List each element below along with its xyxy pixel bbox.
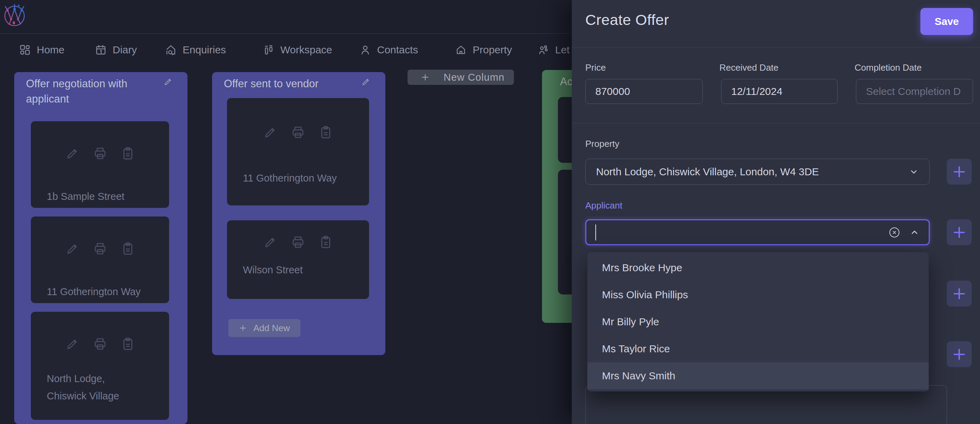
print-icon[interactable] (291, 125, 305, 140)
plus-icon (239, 324, 247, 332)
panel-title: Create Offer (585, 11, 669, 29)
dashboard-icon (19, 44, 31, 56)
save-label: Save (935, 16, 959, 27)
completion-date-label: Completion Date (854, 62, 922, 73)
add-new-card-button[interactable]: Add New (228, 319, 301, 337)
nav-item-enquiries[interactable]: Enquiries (165, 34, 226, 66)
board-column-accepted: Ac (542, 70, 577, 323)
nav-item-home[interactable]: Home (19, 34, 64, 66)
board-card[interactable]: 1b Sample Street (31, 121, 169, 208)
create-offer-panel: Create Offer Save Price Received Date Co… (572, 0, 980, 424)
price-value: 870000 (595, 86, 630, 97)
column-title: Offer negotiation with applicant (14, 72, 163, 107)
chevron-up-icon[interactable] (909, 227, 920, 238)
applicant-option[interactable]: Ms Taylor Rice (587, 335, 929, 362)
nav-item-lettings[interactable]: Let (538, 34, 570, 66)
print-icon[interactable] (93, 337, 107, 351)
chevron-down-icon (908, 167, 919, 177)
nav-label: Diary (113, 44, 137, 56)
nav-label: Let (555, 44, 570, 56)
clipboard-icon[interactable] (318, 125, 333, 140)
save-button[interactable]: Save (920, 8, 973, 35)
applicant-option[interactable]: Mrs Brooke Hype (587, 254, 929, 281)
nav-label: Property (473, 44, 512, 56)
nav-label: Home (37, 44, 64, 56)
applicant-search-input[interactable] (585, 219, 930, 245)
nav-label: Workspace (280, 44, 332, 56)
edit-icon[interactable] (263, 235, 278, 249)
print-icon[interactable] (93, 241, 107, 256)
plus-icon (421, 73, 430, 82)
received-date-value: 12/11/2024 (731, 86, 783, 97)
house-search-icon (165, 44, 177, 56)
board-column-offer-negotiation: Offer negotiation with applicant 1b Samp… (14, 72, 188, 424)
board-card[interactable]: Wilson Street (227, 220, 369, 299)
clear-icon[interactable] (889, 227, 900, 238)
card-title: North Lodge, Chiswick Village (47, 370, 134, 405)
house-icon (455, 44, 467, 56)
print-icon[interactable] (291, 235, 305, 249)
add-property-button[interactable] (947, 159, 972, 185)
new-column-button[interactable]: New Column (407, 70, 514, 85)
applicant-option-highlighted[interactable]: Mrs Navy Smith (587, 362, 929, 389)
edit-column-icon[interactable] (163, 77, 173, 87)
nav-item-contacts[interactable]: Contacts (360, 34, 418, 66)
print-icon[interactable] (93, 146, 107, 161)
edit-icon[interactable] (65, 146, 80, 161)
card-title: 1b Sample Street (47, 188, 124, 205)
nav-item-property[interactable]: Property (455, 34, 512, 66)
clipboard-icon[interactable] (318, 235, 333, 249)
property-label: Property (585, 138, 619, 149)
calendar-icon (95, 44, 107, 56)
nav-item-diary[interactable]: Diary (95, 34, 137, 66)
divider (572, 48, 980, 48)
card-title: Wilson Street (243, 261, 302, 278)
app-root: Home Diary Enquiries Workspace Contacts … (0, 0, 980, 424)
nav-label: Enquiries (183, 44, 226, 56)
price-input[interactable]: 870000 (585, 79, 703, 104)
people-icon (538, 44, 549, 56)
add-new-label: Add New (253, 323, 290, 333)
card-title: 11 Gotherington Way (243, 169, 337, 187)
add-applicant-button[interactable] (947, 219, 972, 245)
property-select[interactable]: North Lodge, Chiswick Village, London, W… (585, 159, 930, 185)
property-value: North Lodge, Chiswick Village, London, W… (596, 166, 819, 178)
add-item-button[interactable] (947, 281, 972, 306)
add-item-button[interactable] (947, 341, 972, 367)
clipboard-icon[interactable] (121, 337, 135, 351)
completion-date-input[interactable]: Select Completion D (856, 79, 973, 104)
nav-label: Contacts (377, 44, 418, 56)
clipboard-icon[interactable] (121, 146, 135, 161)
board-card[interactable]: 11 Gotherington Way (227, 98, 369, 205)
completion-date-placeholder: Select Completion D (866, 86, 961, 97)
column-title: Ac (560, 76, 573, 88)
applicant-option[interactable]: Mr Billy Pyle (587, 308, 929, 335)
edit-icon[interactable] (65, 241, 80, 256)
card-title: 11 Gotherington Way (47, 283, 141, 300)
received-date-label: Received Date (719, 62, 779, 73)
nav-item-workspace[interactable]: Workspace (262, 34, 332, 66)
new-column-label: New Column (444, 72, 504, 83)
price-label: Price (585, 62, 606, 73)
board-card[interactable]: 11 Gotherington Way (31, 216, 169, 303)
edit-column-icon[interactable] (361, 77, 371, 87)
kanban-icon (262, 44, 274, 56)
edit-icon[interactable] (65, 337, 80, 351)
divider (572, 123, 980, 123)
app-logo (3, 1, 25, 31)
clipboard-icon[interactable] (121, 241, 135, 256)
board-column-offer-sent: Offer sent to vendor 11 Gotherington Way… (212, 72, 385, 355)
edit-icon[interactable] (263, 125, 278, 140)
person-icon (360, 44, 371, 56)
received-date-input[interactable]: 12/11/2024 (721, 79, 838, 104)
applicant-label: Applicant (585, 200, 622, 211)
applicant-option[interactable]: Miss Olivia Phillips (587, 281, 929, 308)
applicant-options-dropdown: Mrs Brooke Hype Miss Olivia Phillips Mr … (587, 252, 929, 391)
column-title: Offer sent to vendor (212, 72, 385, 91)
board-card[interactable]: North Lodge, Chiswick Village (31, 312, 169, 420)
text-caret (595, 224, 596, 240)
